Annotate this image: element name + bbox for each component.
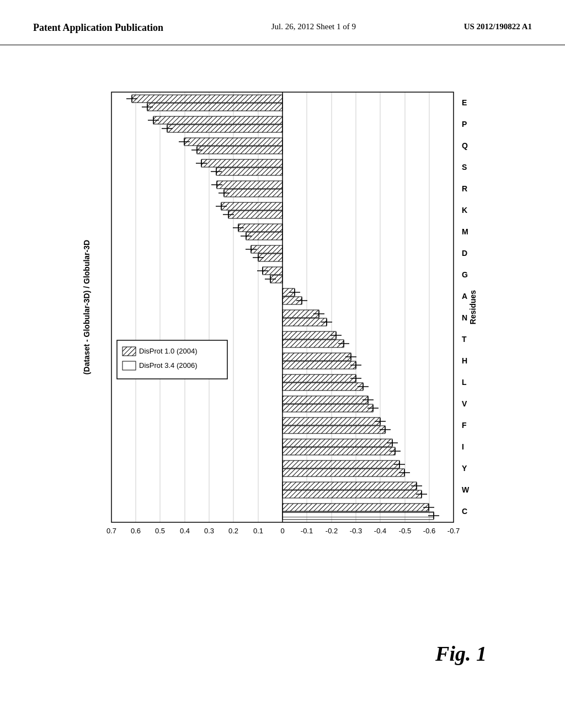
svg-rect-23 — [167, 125, 282, 132]
svg-text:I: I — [462, 442, 464, 451]
svg-rect-118 — [282, 461, 399, 468]
svg-rect-130 — [282, 504, 429, 511]
svg-text:0.7: 0.7 — [106, 527, 116, 535]
header-patent-number: US 2012/190822 A1 — [464, 22, 532, 31]
svg-rect-174 — [122, 347, 136, 356]
page-content: 0.7 0.6 0.5 0.4 0.3 0.2 0.1 0 -0.1 -0.2 … — [0, 45, 565, 713]
svg-text:-0.4: -0.4 — [374, 527, 386, 535]
svg-rect-173 — [117, 340, 227, 379]
svg-text:P: P — [462, 120, 467, 129]
svg-text:N: N — [462, 313, 467, 322]
svg-rect-176 — [122, 361, 136, 370]
svg-rect-131 — [282, 512, 434, 520]
svg-rect-94 — [282, 374, 356, 382]
svg-text:L: L — [462, 378, 467, 387]
svg-text:0.4: 0.4 — [180, 527, 190, 535]
svg-rect-101 — [282, 404, 373, 412]
svg-text:K: K — [462, 206, 467, 215]
svg-rect-82 — [282, 331, 336, 339]
svg-text:G: G — [462, 270, 468, 279]
svg-rect-107 — [282, 426, 385, 433]
svg-text:-0.7: -0.7 — [447, 527, 460, 535]
svg-rect-88 — [282, 353, 351, 361]
svg-rect-46 — [221, 202, 282, 210]
svg-rect-125 — [282, 490, 422, 498]
svg-text:W: W — [462, 485, 470, 494]
svg-rect-47 — [228, 211, 282, 218]
svg-text:F: F — [462, 421, 467, 430]
svg-text:R: R — [462, 184, 467, 193]
svg-rect-100 — [282, 396, 368, 404]
svg-rect-106 — [282, 417, 380, 425]
svg-text:E: E — [462, 98, 467, 107]
svg-rect-22 — [153, 116, 282, 124]
svg-rect-29 — [197, 146, 282, 154]
svg-rect-17 — [147, 103, 282, 111]
svg-text:V: V — [462, 399, 467, 408]
svg-rect-16 — [132, 95, 282, 103]
figure-container: 0.7 0.6 0.5 0.4 0.3 0.2 0.1 0 -0.1 -0.2 … — [45, 76, 520, 682]
svg-rect-112 — [282, 439, 392, 447]
svg-text:-0.1: -0.1 — [301, 527, 313, 535]
svg-rect-40 — [217, 181, 282, 189]
svg-rect-28 — [184, 138, 282, 146]
figure-label: Fig. 1 — [435, 641, 487, 666]
svg-text:0.3: 0.3 — [204, 527, 214, 535]
svg-text:0.6: 0.6 — [131, 527, 141, 535]
svg-text:Q: Q — [462, 141, 468, 150]
page-header: Patent Application Publication Jul. 26, … — [0, 0, 565, 45]
svg-text:0.2: 0.2 — [228, 527, 238, 535]
svg-rect-89 — [282, 361, 356, 369]
svg-text:A: A — [462, 292, 467, 301]
svg-text:T: T — [462, 335, 467, 344]
svg-rect-95 — [282, 383, 363, 390]
svg-text:DisProt 1.0 (2004): DisProt 1.0 (2004) — [139, 347, 198, 355]
svg-rect-113 — [282, 447, 395, 455]
svg-rect-83 — [282, 340, 344, 347]
svg-text:0: 0 — [280, 527, 284, 535]
svg-rect-41 — [224, 189, 282, 197]
header-date-sheet: Jul. 26, 2012 Sheet 1 of 9 — [271, 22, 356, 31]
svg-text:0.1: 0.1 — [253, 527, 263, 535]
svg-rect-34 — [201, 159, 282, 167]
svg-rect-52 — [238, 224, 282, 232]
svg-text:D: D — [462, 249, 467, 258]
svg-rect-119 — [282, 469, 404, 477]
svg-text:(Dataset - Globular-3D) / Glob: (Dataset - Globular-3D) / Globular-3D — [82, 240, 91, 374]
svg-text:H: H — [462, 356, 467, 365]
header-publication-type: Patent Application Publication — [33, 22, 163, 34]
svg-text:C: C — [462, 507, 467, 516]
svg-text:0.5: 0.5 — [155, 527, 165, 535]
svg-text:Y: Y — [462, 464, 467, 473]
svg-text:S: S — [462, 163, 467, 172]
svg-rect-124 — [282, 482, 417, 490]
svg-rect-77 — [282, 318, 327, 326]
svg-text:DisProt 3.4 (2006): DisProt 3.4 (2006) — [139, 361, 198, 370]
svg-text:-0.3: -0.3 — [350, 527, 362, 535]
svg-text:Residues: Residues — [468, 290, 477, 324]
svg-text:-0.5: -0.5 — [399, 527, 411, 535]
svg-text:-0.6: -0.6 — [423, 527, 435, 535]
svg-text:M: M — [462, 227, 468, 236]
figure-1-chart: 0.7 0.6 0.5 0.4 0.3 0.2 0.1 0 -0.1 -0.2 … — [56, 76, 509, 627]
svg-text:-0.2: -0.2 — [326, 527, 338, 535]
svg-rect-35 — [216, 168, 282, 175]
